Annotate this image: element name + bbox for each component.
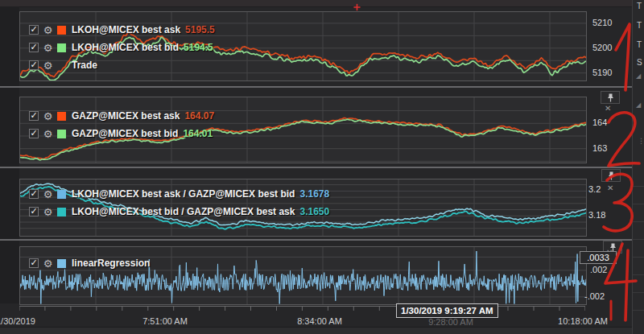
visibility-checkbox[interactable]: ✓ [29,129,39,138]
panel-splitter-1[interactable] [0,86,644,88]
panel-splitter-3[interactable] [0,239,644,241]
cursor-time-tooltip: 1/30/2019 9:19:27 AM [396,303,498,318]
window-top-strip [0,0,644,7]
chart-panel-4[interactable] [19,246,587,305]
cursor-value-box: .0033 [580,251,617,264]
series-label: GAZP@MICEX best ask [72,110,180,122]
series-label: LKOH@MICEX best bid / GAZP@MICEX best as… [72,206,295,217]
series-label: linearRegression [72,258,150,269]
legend-row[interactable]: ✓ ⚙ Trade [29,60,97,71]
handwritten-4-stem [625,250,628,320]
check-icon: ✓ [30,60,37,68]
visibility-checkbox[interactable]: ✓ [29,189,39,199]
check-icon: ✓ [30,111,37,119]
legend-row[interactable]: ✓ ⚙ LKOH@MICEX best ask / GAZP@MICEX bes… [29,188,329,200]
series-label: GAZP@MICEX best bid [72,128,178,139]
settings-gear-icon[interactable]: ⚙ [43,111,53,122]
dock-tab-fragment: T [637,2,642,10]
visibility-checkbox[interactable]: ✓ [29,207,39,216]
series-value: 5195.5 [185,24,215,35]
y-axis-label: 164 [592,118,607,127]
series-label: Trade [72,60,97,71]
pin-panel-button[interactable] [601,91,620,104]
legend-row[interactable]: ✓ ⚙ GAZP@MICEX best bid 164.01 [29,128,213,139]
docked-panel-edge[interactable]: T T T S ◢ ◢ ⋮ [633,0,644,334]
settings-gear-icon[interactable]: ⚙ [43,189,53,200]
legend-row[interactable]: ✓ ⚙ GAZP@MICEX best ask 164.07 [29,110,214,122]
dock-tab-fragment: T [637,40,642,49]
settings-gear-icon[interactable]: ⚙ [43,43,53,53]
y-axis-label: 3.18 [588,210,605,220]
y-axis-label: 5210 [592,18,612,27]
pin-icon [608,171,615,180]
series-label: LKOH@MICEX best ask [72,24,180,35]
expander-triangle-icon: ◢ [636,72,641,80]
expander-triangle-icon: ◢ [636,101,641,109]
dock-tab-fragment: T [637,21,642,30]
close-panel-icon[interactable]: ✕ [605,105,611,113]
series-swatch [57,190,66,199]
legend-row[interactable]: ✓ ⚙ LKOH@MICEX best ask 5195.5 [29,24,215,35]
series-value: 3.1678 [299,188,329,200]
check-icon: ✓ [30,189,37,197]
series-value: 3.1650 [299,206,329,217]
pin-icon [607,93,614,102]
settings-gear-icon[interactable]: ⚙ [43,207,53,217]
y-axis-label: -.002 [584,291,605,301]
series-swatch-empty [57,61,66,70]
series-swatch [57,130,66,138]
check-icon: ✓ [30,43,37,51]
y-axis-label: 5190 [592,68,612,77]
series-swatch [57,26,66,35]
x-axis-label-occluded: 9:28:00 AM [428,317,473,327]
settings-gear-icon[interactable]: ⚙ [43,25,53,35]
y-axis-label: 3.2 [588,184,601,194]
trading-charts-window: ✓ ⚙ LKOH@MICEX best ask 5195.5 ✓ ⚙ LKOH@… [0,0,644,334]
x-axis-label: 7:51:00 AM [142,316,188,326]
settings-gear-icon[interactable]: ⚙ [43,60,53,71]
close-panel-icon[interactable]: ✕ [607,184,613,192]
left-margin [0,6,19,303]
x-axis-label: 8:34:00 AM [297,316,342,326]
check-icon: ✓ [30,129,37,137]
series-value: 5194.5 [184,42,213,53]
check-icon: ✓ [30,207,37,215]
legend-row[interactable]: ✓ ⚙ linearRegression [29,258,150,269]
legend-row[interactable]: ✓ ⚙ LKOH@MICEX best bid 5194.5 [29,42,213,53]
x-axis-label: 10:18:00 AM [558,316,608,326]
dock-tab-fragment: S [637,58,642,67]
check-icon: ✓ [30,258,37,266]
visibility-checkbox[interactable]: ✓ [29,111,39,121]
check-icon: ✓ [30,25,37,33]
panel-splitter-2[interactable] [0,167,644,168]
series-value: 164.07 [184,110,214,122]
visibility-checkbox[interactable]: ✓ [29,258,39,268]
settings-gear-icon[interactable]: ⚙ [43,129,53,139]
series-label: LKOH@MICEX best bid [72,42,179,53]
series-swatch [57,259,66,268]
visibility-checkbox[interactable]: ✓ [29,25,39,35]
series-label: LKOH@MICEX best ask / GAZP@MICEX best bi… [72,188,295,200]
legend-row[interactable]: ✓ ⚙ LKOH@MICEX best bid / GAZP@MICEX bes… [29,206,329,217]
x-axis-date-label: 1/30/2019 [0,316,35,326]
pin-panel-button[interactable] [601,169,621,182]
handwritten-3 [604,174,632,230]
series-swatch [57,208,66,216]
grip-dots-icon: ⋮ [638,137,644,145]
series-value: 164.01 [183,128,213,139]
visibility-checkbox[interactable]: ✓ [29,43,39,52]
time-axis-ticks [19,303,585,311]
y-axis-label: 5200 [592,43,612,52]
settings-gear-icon[interactable]: ⚙ [43,258,53,269]
y-axis-label: .002 [590,265,607,274]
series-swatch [57,112,66,121]
visibility-checkbox[interactable]: ✓ [29,60,39,70]
handwritten-1 [616,24,630,90]
dock-row-lines [633,169,644,327]
bottom-strip [0,327,644,334]
y-axis-label: 163 [592,143,607,153]
linear-regression-plot[interactable] [20,247,586,304]
series-swatch [57,43,66,52]
